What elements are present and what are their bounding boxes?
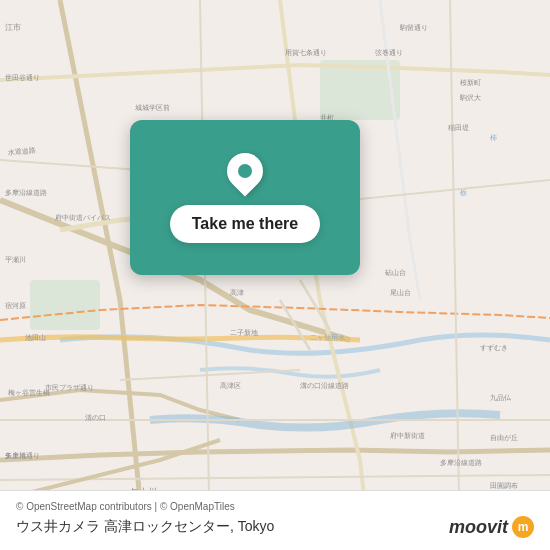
svg-line-11: [300, 280, 330, 330]
svg-text:駒沢大: 駒沢大: [459, 94, 481, 101]
svg-text:平瀬川: 平瀬川: [5, 256, 26, 264]
svg-text:用賀七条通り: 用賀七条通り: [285, 49, 327, 57]
svg-text:溝の口沿線道路: 溝の口沿線道路: [300, 382, 349, 389]
svg-text:多摩沿線道路: 多摩沿線道路: [5, 189, 47, 196]
svg-text:駒留通り: 駒留通り: [399, 24, 428, 32]
moovit-logo: moovit m: [449, 516, 534, 538]
svg-text:池田山: 池田山: [25, 334, 46, 341]
svg-line-8: [350, 180, 550, 200]
svg-text:世田谷通り: 世田谷通り: [5, 74, 40, 82]
svg-text:柿: 柿: [490, 134, 497, 141]
svg-text:多摩沿線道路: 多摩沿線道路: [440, 459, 482, 466]
map-pin: [227, 153, 263, 197]
moovit-icon: m: [512, 516, 534, 538]
svg-text:田園調布: 田園調布: [490, 482, 518, 489]
svg-text:宿河原: 宿河原: [5, 302, 26, 309]
map-attribution: © OpenStreetMap contributors | © OpenMap…: [16, 501, 534, 512]
svg-line-9: [120, 370, 300, 380]
svg-text:市民プラザ通り: 市民プラザ通り: [45, 384, 94, 392]
svg-text:城城学区前: 城城学区前: [134, 104, 170, 111]
svg-text:桜新町: 桜新町: [460, 79, 481, 86]
svg-text:高津: 高津: [230, 289, 244, 296]
svg-text:すずむき: すずむき: [480, 344, 508, 352]
svg-line-3: [0, 160, 140, 170]
svg-text:弦巻通り: 弦巻通り: [375, 49, 403, 57]
svg-text:高津区: 高津区: [220, 382, 241, 389]
svg-text:清の口: 清の口: [85, 414, 106, 421]
location-card: Take me there: [130, 120, 360, 275]
take-me-there-button[interactable]: Take me there: [170, 205, 320, 243]
svg-rect-2: [30, 280, 100, 330]
location-title: ウス井カメラ 高津ロックセンター, Tokyo: [16, 518, 274, 536]
location-title-row: ウス井カメラ 高津ロックセンター, Tokyo moovit m: [16, 516, 534, 538]
svg-text:砧山台: 砧山台: [384, 269, 406, 276]
svg-text:府中新街道: 府中新街道: [390, 432, 425, 439]
svg-text:梅ヶ谷営生橋: 梅ヶ谷営生橋: [7, 389, 50, 397]
pin-shape: [220, 145, 271, 196]
svg-text:九品仏: 九品仏: [490, 394, 511, 401]
svg-text:尾山台: 尾山台: [390, 289, 411, 296]
svg-line-6: [450, 0, 460, 550]
svg-line-5: [200, 0, 210, 550]
bottom-bar: © OpenStreetMap contributors | © OpenMap…: [0, 490, 550, 550]
svg-text:二ヶ領用水: 二ヶ領用水: [310, 334, 345, 342]
svg-text:矢上川: 矢上川: [5, 452, 26, 459]
svg-text:栃: 栃: [460, 189, 467, 196]
moovit-wordmark: moovit: [449, 517, 508, 538]
svg-text:水道道路: 水道道路: [7, 147, 36, 156]
map-container: 水道道路 多摩沿線道路 府中街道バイパス 梅ヶ谷営生橋 尻手黒川道路 世田谷通り…: [0, 0, 550, 550]
map-roads-svg: 水道道路 多摩沿線道路 府中街道バイパス 梅ヶ谷営生橋 尻手黒川道路 世田谷通り…: [0, 0, 550, 550]
svg-text:江市: 江市: [5, 23, 21, 32]
svg-text:二子新地: 二子新地: [230, 329, 258, 336]
svg-text:稲田堤: 稲田堤: [448, 124, 469, 132]
pin-inner-dot: [238, 164, 252, 178]
svg-text:府中街道バイパス: 府中街道バイパス: [55, 214, 111, 221]
svg-text:自由が丘: 自由が丘: [490, 434, 518, 442]
